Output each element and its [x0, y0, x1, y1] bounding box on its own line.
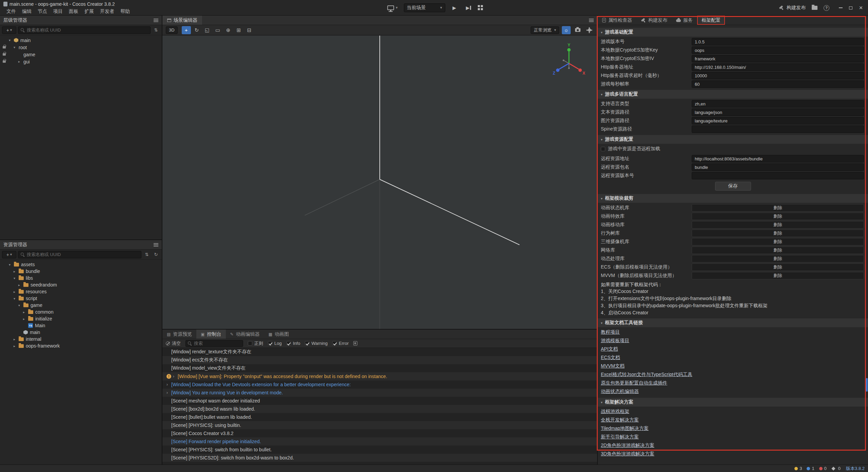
menu-item[interactable]: 节点 [35, 8, 50, 15]
filter-checkbox[interactable] [287, 341, 291, 346]
tab-scene-editor[interactable]: 场景编辑器 [162, 16, 202, 25]
step-button[interactable]: ▶ [463, 3, 474, 12]
asset-row[interactable]: ▾ game [0, 302, 162, 309]
hierarchy-node-row[interactable]: game [0, 51, 162, 58]
create-asset-button[interactable]: +▾ [2, 251, 16, 258]
menu-item[interactable]: 文件 [3, 8, 19, 15]
asset-row[interactable]: Main [0, 322, 162, 329]
section-header-modules[interactable]: ▾ 框架模块裁剪 [598, 194, 868, 203]
asset-row[interactable]: ▸ seedrandom [0, 281, 162, 288]
assets-search-input[interactable] [27, 252, 139, 257]
panel-menu-icon[interactable] [589, 20, 594, 21]
field-input[interactable] [692, 172, 864, 179]
log-row[interactable]: ! [Scene] meshopt wasm decoder initializ… [162, 397, 597, 405]
scene-gizmo-settings-icon[interactable] [585, 26, 594, 34]
minimize-button[interactable] [835, 0, 846, 16]
log-row[interactable]: ! › [Window] [Vue warn]: Property "onInp… [162, 372, 597, 380]
log-row[interactable]: ! [Scene] [bullet]:bullet wasm lib loade… [162, 413, 597, 421]
delete-module-button[interactable]: 删除 [692, 263, 864, 271]
field-input[interactable] [692, 109, 864, 116]
scene-tool-button[interactable]: ◱ [203, 26, 212, 34]
asset-row[interactable]: main [0, 329, 162, 336]
console-filter[interactable]: Warning [305, 341, 328, 346]
scene-viewport[interactable]: Y X Z [162, 36, 597, 329]
log-row[interactable]: ! [Scene] [PHYSICS2D]: switch from box2d… [162, 454, 597, 462]
solution-link[interactable]: 3D角色扮演游戏解决方案 [601, 451, 654, 457]
section-header-basic[interactable]: ▾ 游戏基础配置 [598, 28, 868, 37]
refresh-assets-icon[interactable]: ↻ [152, 252, 160, 257]
field-input[interactable] [692, 55, 864, 62]
lighting-toggle-icon[interactable]: ☼ [562, 26, 571, 34]
log-count-badge[interactable]: 0 [819, 466, 827, 471]
log-row[interactable]: ! [Scene] [PHYSICS]: switch from builtin… [162, 446, 597, 454]
hierarchy-node-row[interactable]: ▾ root [0, 44, 162, 51]
delete-module-button[interactable]: 删除 [692, 238, 864, 245]
log-row[interactable]: ! [Window] ecs文件夹不存在 [162, 356, 597, 364]
log-row[interactable]: ! › [Window] You are running Vue in deve… [162, 389, 597, 397]
help-icon[interactable] [824, 5, 829, 11]
assets-search[interactable] [18, 251, 141, 258]
log-row[interactable]: ! › [Window] Download the Vue Devtools e… [162, 380, 597, 389]
log-expand-arrow-icon[interactable]: › [173, 374, 178, 379]
section-header-resource[interactable]: ▾ 游戏资源配置 [598, 135, 868, 144]
delete-module-button[interactable]: 删除 [692, 204, 864, 212]
expand-arrow-icon[interactable]: ▸ [14, 290, 19, 294]
preview-target-select[interactable]: ▾ [385, 3, 400, 12]
delete-module-button[interactable]: 删除 [692, 221, 864, 229]
console-tab[interactable]: ▤ 资源预览 [162, 330, 196, 339]
expand-arrow-icon[interactable]: ▸ [14, 270, 19, 273]
clear-console-button[interactable]: 清空 [166, 340, 181, 347]
scene-tool-button[interactable]: + [182, 26, 191, 34]
console-filter[interactable]: Error [332, 341, 349, 346]
log-row[interactable]: ! [Scene] Forward render pipeline initia… [162, 437, 597, 446]
layout-grid-icon[interactable] [478, 5, 483, 10]
expand-arrow-icon[interactable]: ▸ [14, 344, 19, 348]
task-badge[interactable]: 0 [832, 466, 841, 471]
console-tab[interactable]: ▣ 控制台 [196, 330, 225, 339]
solution-link[interactable]: 战棋游戏框架 [601, 409, 629, 415]
doc-link[interactable]: Excel格式转Json文件与TypeScript代码工具 [601, 372, 692, 378]
expand-arrow-icon[interactable]: ▾ [18, 303, 23, 307]
asset-row[interactable]: ▸ initialize [0, 315, 162, 322]
hierarchy-search[interactable] [18, 26, 151, 34]
save-button[interactable]: 保存 [715, 182, 751, 191]
filter-checkbox[interactable] [332, 341, 337, 346]
delete-module-button[interactable]: 删除 [692, 255, 864, 262]
log-report-icon[interactable] [353, 341, 357, 346]
asset-row[interactable]: ▸ resources [0, 288, 162, 295]
field-input[interactable] [692, 163, 864, 171]
axis-gizmo[interactable]: Y X Z [550, 43, 588, 80]
asset-row[interactable]: ▾ script [0, 295, 162, 302]
delete-module-button[interactable]: 删除 [692, 272, 864, 279]
console-search[interactable] [185, 340, 243, 347]
asset-row[interactable]: ▾ libs [0, 275, 162, 281]
log-expand-arrow-icon[interactable]: › [166, 390, 171, 395]
field-input[interactable] [692, 80, 864, 88]
log-row[interactable]: ! [Scene] Cocos Creator v3.8.2 [162, 429, 597, 437]
solution-link[interactable]: 新手引导解决方案 [601, 434, 639, 440]
menu-item[interactable]: 开发者 [97, 8, 117, 15]
expand-arrow-icon[interactable]: ▸ [23, 310, 28, 314]
section-header-docs[interactable]: ▾ 框架文档工具链接 [598, 318, 868, 327]
console-search-input[interactable] [194, 341, 241, 346]
field-input[interactable] [692, 38, 864, 45]
expand-arrow-icon[interactable]: ▾ [14, 297, 19, 300]
expand-arrow-icon[interactable]: ▸ [18, 283, 23, 287]
expand-arrow-icon[interactable]: ▸ [18, 60, 23, 63]
inspector-tab[interactable]: 构建发布 [636, 16, 672, 25]
camera-settings-icon[interactable] [573, 26, 582, 34]
remote-load-checkbox[interactable] [601, 147, 605, 151]
regex-toggle[interactable]: 正则 [248, 340, 263, 347]
field-input[interactable] [692, 155, 864, 162]
close-button[interactable]: × [856, 0, 866, 16]
doc-link[interactable]: 原生包热更新配置自动生成插件 [601, 380, 667, 386]
menu-item[interactable]: 编辑 [19, 8, 35, 15]
scene-select[interactable]: 当前场景 ▾ [404, 3, 445, 12]
expand-arrow-icon[interactable]: ▾ [14, 276, 19, 280]
field-input[interactable] [692, 125, 864, 133]
field-input[interactable] [692, 63, 864, 71]
delete-module-button[interactable]: 删除 [692, 230, 864, 237]
scene-tool-button[interactable]: ⊟ [245, 26, 254, 34]
log-row[interactable]: ! [Scene] [PHYSICS]: using builtin. [162, 421, 597, 429]
view-mode-select[interactable]: 正常浏览 ▾ [531, 26, 559, 34]
